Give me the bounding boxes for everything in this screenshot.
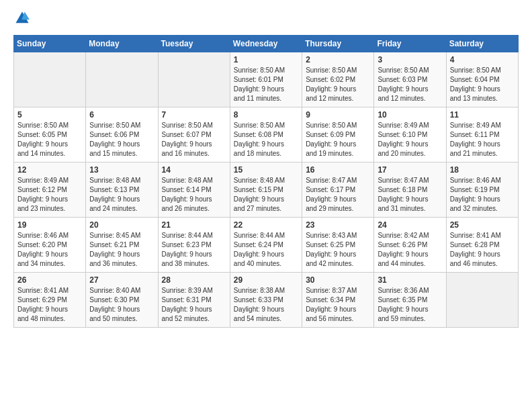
calendar-cell: 2Sunrise: 8:50 AM Sunset: 6:02 PM Daylig… [302, 52, 374, 107]
day-info: Sunrise: 8:39 AM Sunset: 6:31 PM Dayligh… [162, 286, 226, 324]
day-number: 29 [234, 275, 298, 285]
day-number: 6 [89, 110, 154, 120]
day-number: 12 [17, 165, 82, 175]
day-info: Sunrise: 8:50 AM Sunset: 6:07 PM Dayligh… [162, 121, 226, 158]
calendar-cell: 9Sunrise: 8:50 AM Sunset: 6:09 PM Daylig… [302, 107, 374, 163]
calendar-cell: 6Sunrise: 8:50 AM Sunset: 6:06 PM Daylig… [86, 107, 158, 163]
calendar-week-4: 19Sunrise: 8:46 AM Sunset: 6:20 PM Dayli… [14, 218, 519, 273]
calendar-cell: 23Sunrise: 8:43 AM Sunset: 6:25 PM Dayli… [302, 218, 374, 273]
day-number: 14 [162, 165, 226, 175]
logo [13, 11, 30, 28]
day-info: Sunrise: 8:47 AM Sunset: 6:18 PM Dayligh… [378, 176, 442, 214]
day-number: 22 [234, 220, 298, 230]
day-number: 10 [378, 110, 442, 120]
weekday-header-monday: Monday [86, 36, 158, 52]
day-info: Sunrise: 8:49 AM Sunset: 6:12 PM Dayligh… [17, 176, 82, 214]
day-info: Sunrise: 8:47 AM Sunset: 6:17 PM Dayligh… [306, 176, 370, 214]
calendar-cell: 4Sunrise: 8:50 AM Sunset: 6:04 PM Daylig… [446, 52, 518, 107]
calendar-cell: 1Sunrise: 8:50 AM Sunset: 6:01 PM Daylig… [230, 52, 302, 107]
calendar-week-2: 5Sunrise: 8:50 AM Sunset: 6:05 PM Daylig… [14, 107, 519, 163]
calendar-cell: 29Sunrise: 8:38 AM Sunset: 6:33 PM Dayli… [230, 273, 302, 328]
calendar-week-5: 26Sunrise: 8:41 AM Sunset: 6:29 PM Dayli… [14, 273, 519, 328]
calendar-cell: 21Sunrise: 8:44 AM Sunset: 6:23 PM Dayli… [158, 218, 230, 273]
calendar-cell: 31Sunrise: 8:36 AM Sunset: 6:35 PM Dayli… [374, 273, 446, 328]
day-number: 26 [17, 275, 82, 285]
calendar-cell: 27Sunrise: 8:40 AM Sunset: 6:30 PM Dayli… [86, 273, 158, 328]
day-info: Sunrise: 8:45 AM Sunset: 6:21 PM Dayligh… [89, 231, 154, 269]
weekday-header-thursday: Thursday [302, 36, 374, 52]
day-info: Sunrise: 8:44 AM Sunset: 6:23 PM Dayligh… [162, 231, 226, 269]
day-info: Sunrise: 8:48 AM Sunset: 6:14 PM Dayligh… [162, 176, 226, 214]
calendar-cell: 13Sunrise: 8:48 AM Sunset: 6:13 PM Dayli… [86, 163, 158, 218]
day-number: 30 [306, 275, 370, 285]
calendar-cell: 20Sunrise: 8:45 AM Sunset: 6:21 PM Dayli… [86, 218, 158, 273]
day-info: Sunrise: 8:49 AM Sunset: 6:10 PM Dayligh… [378, 121, 442, 158]
day-number: 5 [17, 110, 82, 120]
day-info: Sunrise: 8:41 AM Sunset: 6:28 PM Dayligh… [450, 231, 515, 269]
calendar-cell: 19Sunrise: 8:46 AM Sunset: 6:20 PM Dayli… [14, 218, 86, 273]
day-number: 2 [306, 55, 370, 64]
calendar-cell: 8Sunrise: 8:50 AM Sunset: 6:08 PM Daylig… [230, 107, 302, 163]
day-number: 17 [378, 165, 442, 175]
calendar-week-1: 1Sunrise: 8:50 AM Sunset: 6:01 PM Daylig… [14, 52, 519, 107]
weekday-header-row: SundayMondayTuesdayWednesdayThursdayFrid… [14, 36, 519, 52]
header [13, 11, 519, 28]
day-number: 9 [306, 110, 370, 120]
calendar-cell: 14Sunrise: 8:48 AM Sunset: 6:14 PM Dayli… [158, 163, 230, 218]
calendar-cell: 26Sunrise: 8:41 AM Sunset: 6:29 PM Dayli… [14, 273, 86, 328]
day-info: Sunrise: 8:44 AM Sunset: 6:24 PM Dayligh… [234, 231, 298, 269]
day-info: Sunrise: 8:50 AM Sunset: 6:01 PM Dayligh… [234, 66, 298, 103]
day-info: Sunrise: 8:46 AM Sunset: 6:19 PM Dayligh… [450, 176, 515, 214]
calendar-cell: 18Sunrise: 8:46 AM Sunset: 6:19 PM Dayli… [446, 163, 518, 218]
day-info: Sunrise: 8:50 AM Sunset: 6:06 PM Dayligh… [89, 121, 154, 158]
day-number: 23 [306, 220, 370, 230]
day-number: 27 [89, 275, 154, 285]
logo-icon [15, 11, 30, 26]
day-number: 18 [450, 165, 515, 175]
day-info: Sunrise: 8:36 AM Sunset: 6:35 PM Dayligh… [378, 286, 442, 324]
calendar-cell: 5Sunrise: 8:50 AM Sunset: 6:05 PM Daylig… [14, 107, 86, 163]
day-info: Sunrise: 8:46 AM Sunset: 6:20 PM Dayligh… [17, 231, 82, 269]
calendar: SundayMondayTuesdayWednesdayThursdayFrid… [13, 35, 519, 328]
day-number: 8 [234, 110, 298, 120]
page: SundayMondayTuesdayWednesdayThursdayFrid… [0, 0, 532, 411]
day-number: 31 [378, 275, 442, 285]
calendar-cell [446, 273, 518, 328]
calendar-cell: 7Sunrise: 8:50 AM Sunset: 6:07 PM Daylig… [158, 107, 230, 163]
day-number: 4 [450, 55, 515, 64]
calendar-cell [14, 52, 86, 107]
calendar-cell: 24Sunrise: 8:42 AM Sunset: 6:26 PM Dayli… [374, 218, 446, 273]
day-info: Sunrise: 8:43 AM Sunset: 6:25 PM Dayligh… [306, 231, 370, 269]
calendar-cell [158, 52, 230, 107]
day-info: Sunrise: 8:50 AM Sunset: 6:05 PM Dayligh… [17, 121, 82, 158]
day-number: 13 [89, 165, 154, 175]
day-info: Sunrise: 8:50 AM Sunset: 6:08 PM Dayligh… [234, 121, 298, 158]
day-info: Sunrise: 8:50 AM Sunset: 6:09 PM Dayligh… [306, 121, 370, 158]
day-info: Sunrise: 8:48 AM Sunset: 6:13 PM Dayligh… [89, 176, 154, 214]
weekday-header-saturday: Saturday [446, 36, 518, 52]
day-info: Sunrise: 8:50 AM Sunset: 6:04 PM Dayligh… [450, 66, 515, 103]
day-number: 11 [450, 110, 515, 120]
calendar-cell: 28Sunrise: 8:39 AM Sunset: 6:31 PM Dayli… [158, 273, 230, 328]
day-info: Sunrise: 8:49 AM Sunset: 6:11 PM Dayligh… [450, 121, 515, 158]
day-number: 28 [162, 275, 226, 285]
day-number: 1 [234, 55, 298, 64]
calendar-cell: 15Sunrise: 8:48 AM Sunset: 6:15 PM Dayli… [230, 163, 302, 218]
calendar-cell: 3Sunrise: 8:50 AM Sunset: 6:03 PM Daylig… [374, 52, 446, 107]
day-number: 24 [378, 220, 442, 230]
day-info: Sunrise: 8:38 AM Sunset: 6:33 PM Dayligh… [234, 286, 298, 324]
calendar-cell: 30Sunrise: 8:37 AM Sunset: 6:34 PM Dayli… [302, 273, 374, 328]
day-info: Sunrise: 8:50 AM Sunset: 6:03 PM Dayligh… [378, 66, 442, 103]
calendar-cell: 22Sunrise: 8:44 AM Sunset: 6:24 PM Dayli… [230, 218, 302, 273]
day-number: 19 [17, 220, 82, 230]
day-info: Sunrise: 8:40 AM Sunset: 6:30 PM Dayligh… [89, 286, 154, 324]
day-number: 21 [162, 220, 226, 230]
weekday-header-tuesday: Tuesday [158, 36, 230, 52]
weekday-header-wednesday: Wednesday [230, 36, 302, 52]
calendar-cell: 12Sunrise: 8:49 AM Sunset: 6:12 PM Dayli… [14, 163, 86, 218]
calendar-cell: 25Sunrise: 8:41 AM Sunset: 6:28 PM Dayli… [446, 218, 518, 273]
day-number: 25 [450, 220, 515, 230]
day-info: Sunrise: 8:42 AM Sunset: 6:26 PM Dayligh… [378, 231, 442, 269]
calendar-cell: 10Sunrise: 8:49 AM Sunset: 6:10 PM Dayli… [374, 107, 446, 163]
day-info: Sunrise: 8:48 AM Sunset: 6:15 PM Dayligh… [234, 176, 298, 214]
